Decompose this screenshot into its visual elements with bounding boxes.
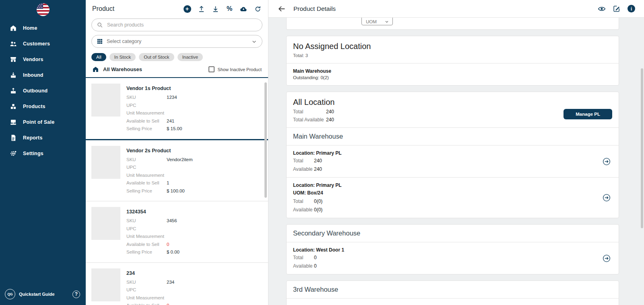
inbound-icon <box>10 72 17 79</box>
field-label: UPC <box>126 165 167 170</box>
home-icon <box>10 25 17 32</box>
product-list-item[interactable]: 234 SKU234 UPC Unit Measurement Availabl… <box>86 263 268 305</box>
location-uom: UOM: Box/24 <box>293 190 612 196</box>
quickstart-label: Quickstart Guide <box>19 292 69 297</box>
show-inactive-checkbox[interactable] <box>208 66 215 72</box>
warehouse-section-title: Secondary Warehouse <box>293 229 612 237</box>
sidebar-item-inbound[interactable]: Inbound <box>0 67 86 83</box>
product-name: 234 <box>126 270 262 276</box>
upload-icon[interactable] <box>197 5 205 13</box>
info-icon[interactable]: i <box>627 5 635 12</box>
field-label: Selling Price <box>126 126 167 131</box>
flag-logo-icon <box>36 3 50 16</box>
product-price: $ 100.00 <box>167 188 185 193</box>
search-icon <box>97 22 103 29</box>
filter-in-stock[interactable]: In Stock <box>109 53 136 61</box>
product-sku: 3456 <box>167 218 177 223</box>
sidebar-item-customers[interactable]: Customers <box>0 36 86 51</box>
field-label: Available to Sell <box>126 180 167 185</box>
edit-icon[interactable] <box>613 5 621 13</box>
total-label: Total <box>293 158 314 164</box>
cloud-sync-icon[interactable] <box>239 5 248 13</box>
product-list-panel: Product + % Select category All In Stock… <box>86 0 268 305</box>
point-of-sale-icon <box>10 119 17 126</box>
location-available: 240 <box>314 166 322 172</box>
location-available: 0 <box>314 263 317 269</box>
quickstart-guide[interactable]: QG Quickstart Guide ? <box>5 289 80 299</box>
percent-icon[interactable]: % <box>225 5 233 13</box>
product-available: 0 <box>167 303 169 305</box>
product-sku: Vendor2item <box>167 157 193 162</box>
outbound-icon <box>10 87 17 94</box>
uom-select[interactable]: UOM <box>361 18 393 25</box>
panel-title: Product <box>92 5 114 12</box>
details-title: Product Details <box>293 5 336 12</box>
sidebar-item-outbound[interactable]: Outbound <box>0 83 86 98</box>
available-label: Available <box>293 263 314 269</box>
details-scrollbar-thumb[interactable] <box>641 68 643 228</box>
add-product-icon[interactable]: + <box>183 5 191 13</box>
product-list-item[interactable]: Vendor 1s Product SKU1234 UPC Unit Measu… <box>86 78 268 140</box>
open-location-icon[interactable] <box>603 158 611 166</box>
location-total: 0 <box>314 255 317 260</box>
product-sku: 234 <box>167 280 174 285</box>
download-icon[interactable] <box>211 5 219 13</box>
category-placeholder: Select category <box>107 39 248 44</box>
product-list-item[interactable]: Vendor 2s Product SKUVendor2item UPC Uni… <box>86 140 268 202</box>
sidebar-item-home[interactable]: Home <box>0 20 86 36</box>
manage-pl-button[interactable]: Manage PL <box>564 109 612 119</box>
total-label: Total <box>293 109 326 115</box>
warehouse-home-icon <box>92 66 99 73</box>
field-label: UPC <box>126 103 167 108</box>
product-thumbnail <box>91 207 120 240</box>
sidebar-item-label: Products <box>23 104 45 109</box>
field-label: Unit Measurement <box>126 295 167 300</box>
sidebar-item-settings[interactable]: Settings <box>0 145 86 161</box>
location-total: 240 <box>314 158 322 164</box>
location-available: 0(0) <box>314 207 322 213</box>
product-details-panel: Product Details i UOM No Assigned Locati… <box>268 0 644 305</box>
help-icon[interactable]: ? <box>72 291 80 298</box>
filter-out-of-stock[interactable]: Out of Stock <box>139 53 174 61</box>
refresh-icon[interactable] <box>254 5 262 13</box>
back-icon[interactable] <box>277 4 286 13</box>
sidebar-item-products[interactable]: Products <box>0 98 86 114</box>
outstanding-value: Outstanding: 0(2) <box>293 75 612 80</box>
chevron-down-icon <box>384 19 389 24</box>
field-label: SKU <box>126 95 167 100</box>
location-row: Location: Primary PL Total240 Available2… <box>287 145 619 177</box>
reports-icon <box>10 134 17 141</box>
open-location-icon[interactable] <box>603 194 611 202</box>
warehouse-selector[interactable]: All Warehouses <box>103 66 142 72</box>
products-icon <box>10 103 17 110</box>
filter-all[interactable]: All <box>91 53 106 61</box>
open-location-icon[interactable] <box>603 254 611 262</box>
product-thumbnail <box>91 146 120 179</box>
grid-icon <box>97 38 103 45</box>
product-name: 1324354 <box>126 209 262 215</box>
filter-inactive[interactable]: Inactive <box>178 53 203 61</box>
product-list-item[interactable]: 1324354 SKU3456 UPC Unit Measurement Ava… <box>86 201 268 263</box>
category-select[interactable]: Select category <box>91 35 262 48</box>
no-assigned-total: Total: 3 <box>293 53 612 58</box>
warehouse-section-title: Main Warehouse <box>293 133 612 140</box>
sidebar-item-label: Home <box>23 25 37 31</box>
product-sku: 1234 <box>167 95 177 100</box>
field-label: Selling Price <box>126 250 167 254</box>
card-title: No Assigned Location <box>293 42 612 51</box>
sidebar-item-label: Reports <box>23 135 43 141</box>
view-icon[interactable] <box>598 5 606 13</box>
sidebar-nav: Home Customers Vendors Inbound Outbound … <box>0 20 86 161</box>
search-input[interactable] <box>107 22 257 28</box>
product-name: Vendor 1s Product <box>126 86 262 91</box>
product-available: 0 <box>167 242 169 247</box>
details-content: UOM No Assigned Location Total: 3 Main W… <box>268 18 644 305</box>
field-label: UPC <box>126 287 167 292</box>
field-label: Selling Price <box>126 188 167 193</box>
sidebar-item-vendors[interactable]: Vendors <box>0 51 86 67</box>
list-scrollbar-thumb[interactable] <box>264 82 267 198</box>
sidebar-item-reports[interactable]: Reports <box>0 130 86 145</box>
sidebar-item-point-of-sale[interactable]: Point of Sale <box>0 114 86 130</box>
product-available: 1 <box>167 180 169 185</box>
plus-icon: + <box>184 5 191 13</box>
